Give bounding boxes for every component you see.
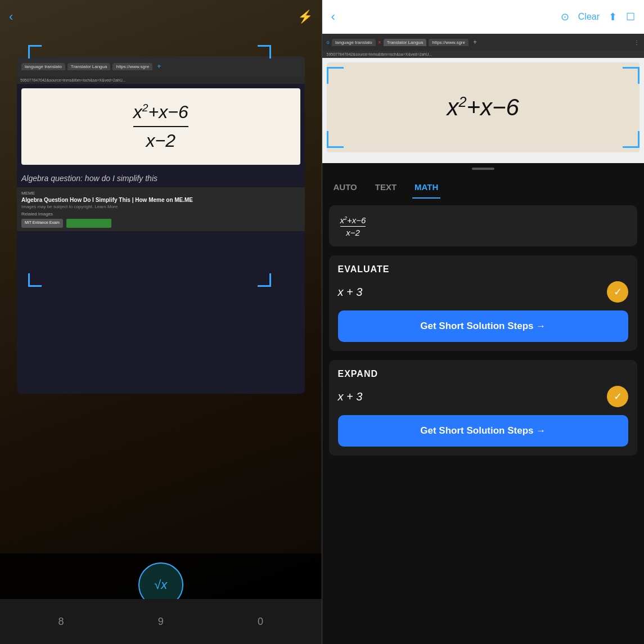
mode-tabs-right: AUTO TEXT MATH: [322, 174, 645, 199]
flash-icon[interactable]: ⚡: [298, 10, 313, 24]
sqrt-icon: √x: [154, 578, 167, 592]
expand-solution-btn[interactable]: Get Short Solution Steps →: [338, 415, 629, 447]
meme-section: MEME Algebra Question How Do I Simplify …: [17, 187, 305, 231]
evaluate-solution-btn[interactable]: Get Short Solution Steps →: [338, 310, 629, 342]
math-preview-right: x2+x−6: [327, 62, 640, 152]
caption-text: Algebra question: how do I simplify this: [17, 169, 305, 187]
math-formula-right: x2+x−6: [447, 94, 519, 121]
browser-tab-2: Translator Langua: [67, 63, 111, 70]
browser-tab-r1: language translato: [332, 39, 376, 46]
mit-link[interactable]: MIT Entrance Exam: [21, 219, 63, 228]
browser-preview-right: G language translato × Translator Langua…: [322, 34, 645, 163]
expand-check[interactable]: ✓: [607, 386, 628, 407]
laptop-screen: language translato Translator Langua htt…: [17, 56, 305, 394]
expand-result-row: x + 3 ✓: [338, 386, 629, 407]
key-9: 9: [158, 616, 164, 628]
add-tab-right[interactable]: +: [473, 38, 477, 46]
evaluate-result-row: x + 3 ✓: [338, 281, 629, 303]
close-tab-1[interactable]: ×: [378, 39, 381, 46]
key-0: 0: [258, 616, 263, 628]
address-bar-right: 595077847042&source=lnms&tbm=isch&sa=X&v…: [322, 51, 645, 58]
expand-result: x + 3: [338, 390, 363, 403]
address-bar-left: 595077847042&source=lnms&tbm=isch&sa=X&v…: [17, 76, 305, 84]
meme-label: MEME: [21, 191, 300, 196]
related-img-thumb: [66, 219, 111, 228]
meme-title: Algebra Question How Do I Simplify This …: [21, 197, 300, 203]
meme-sub: Images may be subject to copyright. Lear…: [21, 204, 300, 209]
content-area: x2+x−6 x−2 EVALUATE x + 3 ✓ Get Short So…: [322, 199, 645, 644]
more-options-right[interactable]: ⋮: [634, 39, 640, 46]
browser-bar-right: G language translato × Translator Langua…: [322, 34, 645, 51]
browser-tab-r3: https://www.sgre: [429, 39, 469, 46]
related-label: Related Images: [21, 211, 300, 217]
expand-label: EXPAND: [338, 369, 629, 379]
tab-math-right[interactable]: MATH: [412, 177, 440, 199]
corner-bl-right: [327, 131, 344, 148]
bookmark-icon[interactable]: ☐: [626, 11, 635, 23]
expand-section: EXPAND x + 3 ✓ Get Short Solution Steps …: [329, 360, 638, 456]
corner-tl-right: [327, 67, 344, 84]
evaluate-result: x + 3: [338, 286, 363, 299]
corner-br-right: [623, 131, 640, 148]
evaluate-section: EVALUATE x + 3 ✓ Get Short Solution Step…: [329, 255, 638, 351]
drag-handle[interactable]: [322, 163, 645, 174]
back-icon-right[interactable]: ‹: [331, 10, 335, 24]
key-8: 8: [58, 616, 64, 628]
scan-icon-right[interactable]: ⊙: [561, 11, 569, 23]
nav-right-actions: ⊙ Clear ⬆ ☐: [561, 11, 635, 23]
left-panel: ‹ ⚡ language translato Translator Langua…: [0, 0, 322, 644]
google-icon: G: [327, 40, 330, 44]
checkmark-icon: ✓: [614, 286, 622, 298]
clear-label: Clear: [578, 12, 600, 22]
tab-auto-right[interactable]: AUTO: [331, 177, 359, 199]
share-icon[interactable]: ⬆: [609, 11, 617, 23]
keyboard-bottom: 8 9 0: [0, 599, 322, 644]
top-nav-left: ‹ ⚡: [0, 0, 322, 34]
right-panel: ‹ ⊙ Clear ⬆ ☐ G language translato × Tra…: [322, 0, 645, 644]
evaluate-check[interactable]: ✓: [607, 281, 628, 303]
back-icon-left[interactable]: ‹: [9, 10, 13, 24]
math-image-area: x2+x−6 x−2: [21, 88, 300, 165]
math-formula-left: x2+x−6 x−2: [33, 100, 289, 154]
checkmark-icon-2: ✓: [614, 390, 622, 403]
evaluate-label: EVALUATE: [338, 264, 629, 274]
browser-tab-1: language translato: [21, 63, 65, 70]
browser-bar-left: language translato Translator Langua htt…: [17, 56, 305, 76]
clear-button[interactable]: Clear: [578, 12, 600, 22]
drag-indicator: [472, 168, 494, 170]
ocr-formula: x2+x−6 x−2: [340, 214, 627, 237]
top-nav-right: ‹ ⊙ Clear ⬆ ☐: [322, 0, 645, 34]
browser-tab-r2: Translator Langua: [384, 39, 427, 46]
tab-text-right[interactable]: TEXT: [373, 177, 399, 199]
corner-tr-right: [623, 67, 640, 84]
ocr-card: x2+x−6 x−2: [329, 205, 638, 246]
browser-tab-3: https://www.sgre: [112, 63, 152, 70]
